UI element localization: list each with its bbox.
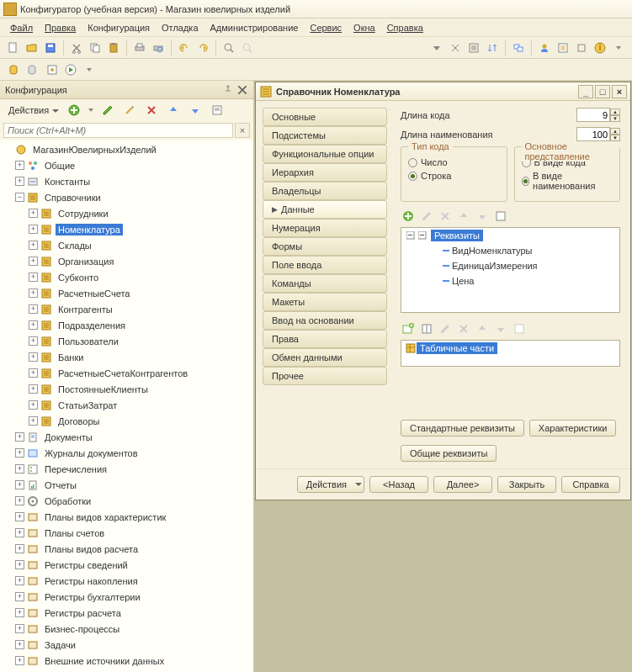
help-button[interactable]: Справка (561, 476, 620, 493)
db-del-icon[interactable] (24, 61, 40, 78)
tree-item[interactable]: +Подразделения (0, 317, 253, 333)
spin-up-icon[interactable]: ▲ (610, 108, 620, 115)
name-length-input[interactable] (576, 127, 610, 141)
tree-item[interactable]: +Договоры (0, 413, 253, 429)
tree-item[interactable]: МагазинЮвелирныхИзделий (0, 141, 253, 157)
attr-up-icon[interactable] (456, 209, 471, 224)
tree-item[interactable]: +Задачи (0, 637, 253, 653)
tree-item[interactable]: +Отчеты (0, 477, 253, 493)
attr-edit-icon[interactable] (419, 209, 434, 224)
attr-row[interactable]: Цена (401, 273, 619, 288)
menu-service[interactable]: Сервис (310, 23, 342, 33)
attributes-tree[interactable]: РеквизитыВидНоменклатурыЕдиницаИзмерения… (401, 227, 620, 313)
tree-item[interactable]: +Планы видов расчета (0, 541, 253, 557)
spin-up-icon[interactable]: ▲ (610, 128, 620, 135)
dialog-close-button[interactable]: × (612, 85, 627, 98)
print-preview-icon[interactable] (150, 40, 167, 56)
tree-item[interactable]: +Контрагенты (0, 301, 253, 317)
tables-root-row[interactable]: Табличные части (401, 341, 619, 356)
table-del-icon[interactable] (456, 321, 471, 336)
zoom-icon[interactable] (239, 40, 256, 56)
tree-item[interactable]: +Обработки (0, 493, 253, 509)
list-icon[interactable] (555, 40, 571, 56)
side-tab[interactable]: Поле ввода (263, 256, 387, 274)
delete-icon[interactable] (143, 102, 160, 119)
expand-icon[interactable]: + (15, 480, 24, 489)
config-tree[interactable]: МагазинЮвелирныхИзделий+ Общие+Константы… (0, 140, 253, 672)
tree-item[interactable]: +Сотрудники (0, 205, 253, 221)
pin-icon[interactable] (223, 84, 233, 94)
side-tab[interactable]: Права (263, 330, 387, 348)
side-tab[interactable]: Иерархия (263, 163, 387, 182)
tree-item[interactable]: −Справочники (0, 189, 253, 205)
expand-icon[interactable]: + (15, 624, 24, 633)
minimize-button[interactable]: _ (578, 85, 593, 98)
expand-icon[interactable]: + (29, 257, 38, 266)
wand-icon[interactable] (121, 102, 138, 119)
attr-row[interactable]: ВидНоменклатуры (401, 243, 619, 258)
tree-item[interactable]: +Регистры накопления (0, 573, 253, 589)
table-edit-icon[interactable] (438, 321, 453, 336)
side-tab[interactable]: Основные (263, 108, 387, 126)
info-icon[interactable]: i (592, 40, 608, 56)
expand-icon[interactable]: + (29, 241, 38, 250)
expand-icon[interactable]: + (15, 560, 24, 569)
side-tab[interactable]: Ввод на основании (263, 311, 387, 330)
expand-icon[interactable]: + (29, 352, 38, 362)
expand-icon[interactable]: + (29, 209, 38, 218)
attrs-root-row[interactable]: Реквизиты (401, 228, 619, 243)
expand-icon[interactable]: + (29, 273, 38, 282)
side-tab[interactable]: Подсистемы (263, 126, 387, 145)
table-props-icon[interactable] (512, 321, 527, 336)
expand-icon[interactable]: + (15, 608, 24, 617)
repr-name-radio[interactable]: В виде наименования (522, 171, 613, 191)
tree-item[interactable]: +Перечисления (0, 461, 253, 477)
side-tab[interactable]: Данные (263, 200, 387, 219)
props-icon[interactable] (209, 102, 226, 119)
x-tool-icon[interactable] (447, 40, 464, 56)
expand-icon[interactable]: + (15, 512, 24, 521)
expand-icon[interactable]: + (15, 177, 24, 186)
type-number-radio[interactable]: Число (408, 157, 500, 167)
table-add-icon[interactable] (401, 321, 416, 336)
tree-item[interactable]: +РасчетныеСчетаКонтрагентов (0, 365, 253, 381)
code-length-spinner[interactable]: ▲▼ (576, 108, 620, 122)
print-icon[interactable] (131, 40, 148, 56)
code-length-input[interactable] (576, 108, 610, 122)
menu-debug[interactable]: Отладка (162, 23, 198, 33)
search-clear-icon[interactable]: × (235, 123, 250, 138)
tree-item[interactable]: +Регистры сведений (0, 557, 253, 573)
expand-icon[interactable]: + (15, 592, 24, 601)
expand-icon[interactable]: + (29, 288, 38, 298)
expand-icon[interactable]: + (29, 384, 38, 394)
attr-props-icon[interactable] (493, 209, 508, 224)
up-icon[interactable] (165, 102, 182, 119)
debug-start-icon[interactable] (44, 61, 61, 78)
windows-icon[interactable] (510, 40, 527, 56)
tree-item[interactable]: +СтатьиЗатрат (0, 397, 253, 413)
find-icon[interactable] (220, 40, 237, 56)
user-icon[interactable] (536, 40, 553, 56)
attr-row[interactable]: ЕдиницаИзмерения (401, 258, 619, 273)
expand-icon[interactable]: + (29, 304, 38, 314)
save-icon[interactable] (42, 40, 59, 56)
expand-icon[interactable]: + (29, 400, 38, 410)
edit-icon[interactable] (99, 102, 116, 119)
tree-item[interactable]: +Внешние источники данных (0, 653, 253, 669)
expand-icon[interactable] (417, 231, 428, 240)
spin-down-icon[interactable]: ▼ (610, 135, 620, 141)
expand-icon[interactable]: + (15, 496, 24, 505)
tree-item[interactable]: +Регистры бухгалтерии (0, 589, 253, 605)
menu-file[interactable]: Файл (10, 23, 33, 33)
tree-item[interactable]: +Банки (0, 349, 253, 365)
tree-item[interactable]: +Журналы документов (0, 445, 253, 461)
paste-icon[interactable] (105, 40, 122, 56)
spin-down-icon[interactable]: ▼ (610, 115, 620, 122)
close-button[interactable]: Закрыть (497, 476, 556, 493)
expand-icon[interactable]: + (29, 416, 38, 426)
table-up-icon[interactable] (475, 321, 490, 336)
expand-icon[interactable] (405, 231, 417, 240)
tool-icon[interactable] (573, 40, 590, 56)
sort-icon[interactable] (484, 40, 501, 56)
expand-icon[interactable]: + (15, 464, 24, 474)
